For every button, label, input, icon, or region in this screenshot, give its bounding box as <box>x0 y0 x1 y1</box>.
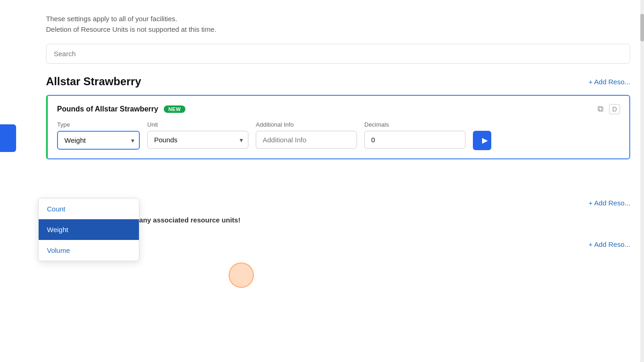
save-field-group: ▶ <box>473 121 491 150</box>
circle-annotation <box>229 263 254 288</box>
type-label: Type <box>57 121 140 128</box>
description-line1: These settings apply to all of your faci… <box>46 14 630 24</box>
decimals-label: Decimals <box>364 121 466 128</box>
additional-info-input[interactable] <box>256 131 357 149</box>
type-select-wrapper: Count Weight Volume ▾ <box>57 131 140 150</box>
new-badge: NEW <box>164 105 185 113</box>
additional-info-label: Additional Info <box>256 121 357 128</box>
description-text: These settings apply to all of your faci… <box>46 9 630 35</box>
type-dropdown-menu: Count Weight Volume <box>38 198 139 261</box>
dropdown-item-volume[interactable]: Volume <box>39 240 139 261</box>
unit-select[interactable]: Pounds Ounces Kilograms <box>147 131 248 149</box>
decimals-field-group: Decimals 0 <box>364 121 466 149</box>
copy-icon[interactable]: ⧉ <box>598 104 604 114</box>
unit-label: Unit <box>147 121 248 128</box>
type-select[interactable]: Count Weight Volume <box>57 131 140 150</box>
dropdown-item-count[interactable]: Count <box>39 199 139 219</box>
unit-field-group: Unit Pounds Ounces Kilograms ▾ <box>147 121 248 149</box>
resource-card-header: Pounds of Allstar Strawberry NEW ⧉ D <box>57 104 620 114</box>
allstar-strawberry-section-header: Allstar Strawberry + Add Reso... <box>46 75 630 88</box>
scroll-thumb <box>640 14 644 41</box>
save-button[interactable]: ▶ <box>473 131 491 150</box>
main-content: These settings apply to all of your faci… <box>37 0 644 271</box>
search-input[interactable] <box>46 44 630 64</box>
boba-add-resource-button[interactable]: + Add Reso... <box>589 199 630 207</box>
sidebar-indicator <box>0 124 16 152</box>
resource-card-pounds-allstar: Pounds of Allstar Strawberry NEW ⧉ D Typ… <box>46 95 630 159</box>
card-actions: ⧉ D <box>598 104 620 114</box>
type-field-group: Type Count Weight Volume ▾ <box>57 121 140 150</box>
decimals-input[interactable]: 0 <box>364 131 466 149</box>
bib-lettuce-add-resource-button[interactable]: + Add Reso... <box>589 240 630 248</box>
search-container <box>46 44 630 64</box>
allstar-add-resource-button[interactable]: + Add Reso... <box>589 78 630 86</box>
delete-icon[interactable]: D <box>609 104 620 114</box>
unit-select-wrapper: Pounds Ounces Kilograms ▾ <box>147 131 248 149</box>
allstar-strawberry-title: Allstar Strawberry <box>46 75 141 88</box>
scroll-indicator <box>640 0 644 362</box>
dropdown-item-weight[interactable]: Weight <box>39 219 139 240</box>
page-wrapper: These settings apply to all of your faci… <box>0 0 644 362</box>
resource-card-title: Pounds of Allstar Strawberry <box>57 105 158 113</box>
additional-info-field-group: Additional Info <box>256 121 357 149</box>
description-line2: Deletion of Resource Units is not suppor… <box>46 24 630 35</box>
fields-row: Type Count Weight Volume ▾ Unit <box>57 121 620 150</box>
